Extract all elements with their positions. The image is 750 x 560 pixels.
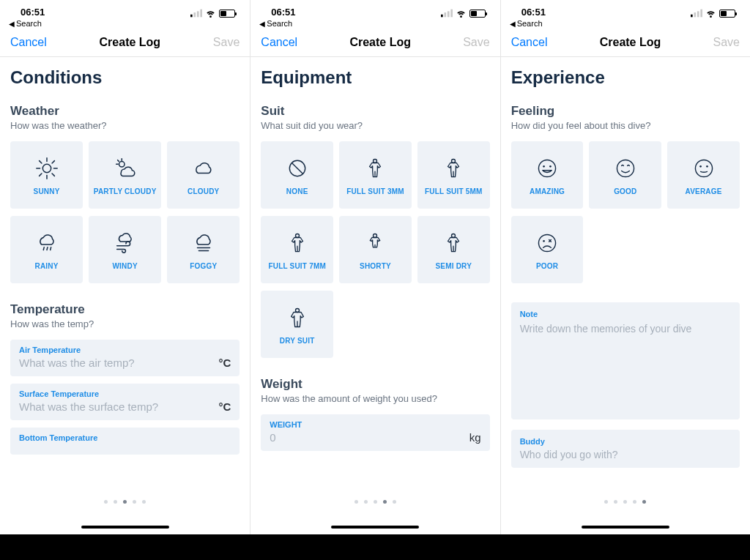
back-search[interactable]: ◀Search	[501, 18, 750, 28]
tile-label: FULL SUIT 3MM	[346, 187, 404, 195]
buddy-field[interactable]: Buddy Who did you go with?	[511, 430, 740, 468]
weather-tile-partly-cloudy[interactable]: PARTLY CLOUDY	[89, 141, 161, 209]
tile-label: CLOUDY	[188, 187, 219, 195]
wetsuit-icon	[362, 155, 388, 182]
section-weather: Weather How was the weather? SUNNY PARTL…	[10, 104, 240, 283]
back-label: Search	[16, 19, 42, 28]
status-bar: 06:51	[501, 3, 750, 18]
battery-icon	[719, 10, 735, 18]
suit-tile-none[interactable]: NONE	[261, 141, 333, 209]
suit-tile-semidry[interactable]: SEMI DRY	[417, 216, 490, 283]
sun-icon	[34, 155, 60, 182]
wifi-icon	[705, 9, 716, 18]
page-title: Conditions	[10, 67, 240, 88]
semidry-icon	[440, 230, 467, 256]
cancel-button[interactable]: Cancel	[261, 36, 297, 49]
svg-rect-34	[691, 15, 693, 18]
feeling-tile-amazing[interactable]: AMAZING	[511, 141, 584, 209]
tile-label: SUNNY	[34, 187, 60, 195]
weather-tile-rainy[interactable]: RAINY	[10, 216, 83, 283]
field-placeholder: What was the surface temp?	[19, 400, 158, 413]
suit-tile-drysuit[interactable]: DRY SUIT	[261, 291, 333, 358]
page-dots	[0, 500, 250, 504]
back-label: Search	[267, 19, 292, 28]
tile-label: DRY SUIT	[280, 337, 315, 345]
back-search[interactable]: ◀Search	[250, 18, 500, 28]
home-indicator[interactable]	[331, 526, 419, 529]
weather-tile-sunny[interactable]: SUNNY	[10, 141, 83, 209]
page-title: Experience	[511, 67, 740, 88]
status-time: 06:51	[521, 7, 546, 18]
field-placeholder: What was the air temp?	[19, 356, 135, 369]
page-dots	[250, 500, 500, 504]
tile-label: FULL SUIT 5MM	[425, 187, 483, 195]
save-button[interactable]: Save	[463, 36, 489, 49]
weather-tile-cloudy[interactable]: CLOUDY	[167, 141, 240, 209]
section-title: Temperature	[10, 302, 240, 317]
tile-label: AVERAGE	[686, 187, 722, 195]
status-right	[691, 9, 735, 18]
svg-line-11	[39, 173, 41, 176]
field-label: Surface Temperature	[19, 389, 231, 398]
svg-point-39	[543, 165, 545, 168]
field-placeholder: Who did you go with?	[520, 449, 731, 460]
home-indicator[interactable]	[81, 526, 169, 529]
surface-temp-field[interactable]: Surface Temperature What was the surface…	[10, 384, 240, 420]
weight-field[interactable]: WEIGHT 0 kg	[261, 414, 489, 451]
feeling-tile-good[interactable]: GOOD	[589, 141, 661, 209]
cancel-button[interactable]: Cancel	[511, 36, 548, 49]
bottom-black-strip	[0, 534, 750, 560]
nav-title: Create Log	[100, 36, 161, 49]
signal-icon	[190, 9, 202, 18]
note-field[interactable]: Note Write down the memories of your div…	[511, 302, 740, 419]
section-title: Suit	[261, 104, 489, 119]
home-indicator[interactable]	[582, 526, 669, 529]
svg-point-29	[452, 159, 456, 163]
svg-point-33	[295, 308, 299, 312]
svg-rect-0	[190, 15, 193, 18]
suit-tile-3mm[interactable]: FULL SUIT 3MM	[339, 141, 412, 209]
suit-tile-7mm[interactable]: FULL SUIT 7MM	[261, 216, 333, 283]
shorty-icon	[362, 230, 388, 256]
battery-icon	[469, 10, 486, 18]
screen-experience: 06:51 ◀Search Cancel Create Log Save Exp…	[500, 0, 750, 534]
save-button[interactable]: Save	[713, 36, 740, 49]
tile-label: FOGGY	[190, 262, 217, 270]
svg-line-16	[117, 160, 119, 161]
status-right	[190, 9, 235, 18]
cancel-button[interactable]: Cancel	[10, 36, 47, 49]
wetsuit-icon	[440, 155, 467, 182]
weather-tile-windy[interactable]: WINDY	[89, 216, 161, 283]
air-temp-field[interactable]: Air Temperature What was the air temp? °…	[10, 340, 240, 376]
svg-point-13	[119, 161, 125, 167]
save-button[interactable]: Save	[213, 36, 240, 49]
suit-tile-5mm[interactable]: FULL SUIT 5MM	[417, 141, 490, 209]
section-subtitle: How was the amount of weight you used?	[261, 393, 489, 404]
back-search[interactable]: ◀Search	[0, 18, 250, 28]
feeling-tile-poor[interactable]: POOR	[511, 216, 584, 283]
svg-line-27	[292, 163, 302, 173]
svg-point-41	[617, 160, 634, 176]
section-subtitle: What suit did you wear?	[261, 120, 489, 131]
weather-tile-foggy[interactable]: FOGGY	[167, 216, 240, 283]
fog-icon	[190, 230, 217, 256]
svg-rect-35	[694, 12, 696, 17]
back-chevron-icon: ◀	[259, 20, 265, 28]
feeling-tile-average[interactable]: AVERAGE	[667, 141, 740, 209]
svg-point-46	[543, 240, 545, 242]
svg-point-38	[538, 160, 555, 176]
back-label: Search	[517, 19, 543, 28]
field-label: Bottom Temperature	[19, 433, 231, 442]
section-temperature: Temperature How was the temp? Air Temper…	[10, 302, 240, 455]
rain-icon	[34, 230, 60, 256]
bottom-temp-field[interactable]: Bottom Temperature	[10, 428, 240, 455]
field-label: Buddy	[520, 437, 731, 446]
section-subtitle: How was the weather?	[10, 120, 240, 131]
svg-point-30	[295, 234, 299, 237]
suit-tile-shorty[interactable]: SHORTY	[339, 216, 412, 283]
tile-label: SHORTY	[360, 262, 391, 270]
amazing-icon	[534, 155, 560, 182]
svg-point-31	[374, 234, 377, 237]
svg-line-9	[39, 160, 41, 163]
drysuit-icon	[284, 305, 311, 331]
